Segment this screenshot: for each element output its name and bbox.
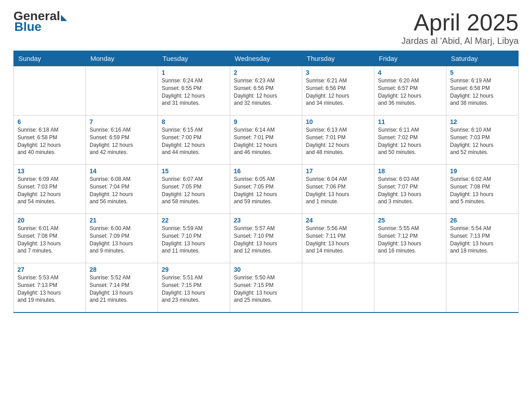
- table-row: 19Sunrise: 6:02 AM Sunset: 7:08 PM Dayli…: [446, 165, 519, 214]
- calendar-table: Sunday Monday Tuesday Wednesday Thursday…: [13, 51, 519, 313]
- day-info: Sunrise: 5:51 AM Sunset: 7:15 PM Dayligh…: [162, 274, 226, 304]
- table-row: 9Sunrise: 6:14 AM Sunset: 7:01 PM Daylig…: [230, 116, 302, 165]
- calendar-week-row: 6Sunrise: 6:18 AM Sunset: 6:58 PM Daylig…: [14, 116, 519, 165]
- table-row: 3Sunrise: 6:21 AM Sunset: 6:56 PM Daylig…: [302, 66, 374, 116]
- table-row: [86, 66, 158, 116]
- table-row: 7Sunrise: 6:16 AM Sunset: 6:59 PM Daylig…: [86, 116, 158, 165]
- col-monday: Monday: [86, 51, 158, 66]
- table-row: 17Sunrise: 6:04 AM Sunset: 7:06 PM Dayli…: [302, 165, 374, 214]
- col-tuesday: Tuesday: [158, 51, 230, 66]
- table-row: 30Sunrise: 5:50 AM Sunset: 7:15 PM Dayli…: [230, 263, 302, 313]
- day-number: 17: [306, 167, 370, 175]
- logo: General Blue: [13, 9, 67, 34]
- table-row: 13Sunrise: 6:09 AM Sunset: 7:03 PM Dayli…: [14, 165, 86, 214]
- table-row: 20Sunrise: 6:01 AM Sunset: 7:08 PM Dayli…: [14, 214, 86, 263]
- col-thursday: Thursday: [302, 51, 374, 66]
- day-number: 9: [234, 118, 298, 125]
- day-number: 10: [306, 118, 370, 125]
- table-row: 29Sunrise: 5:51 AM Sunset: 7:15 PM Dayli…: [158, 263, 230, 313]
- col-friday: Friday: [374, 51, 446, 66]
- day-info: Sunrise: 6:10 AM Sunset: 7:03 PM Dayligh…: [450, 126, 515, 156]
- day-number: 28: [90, 266, 154, 273]
- table-row: 8Sunrise: 6:15 AM Sunset: 7:00 PM Daylig…: [158, 116, 230, 165]
- day-info: Sunrise: 6:16 AM Sunset: 6:59 PM Dayligh…: [90, 126, 154, 156]
- col-wednesday: Wednesday: [230, 51, 302, 66]
- day-number: 1: [162, 69, 226, 76]
- day-number: 18: [378, 167, 442, 175]
- location-subtitle: Jardas al 'Abid, Al Marj, Libya: [401, 36, 519, 46]
- logo-arrow-icon: [61, 15, 67, 21]
- day-info: Sunrise: 6:08 AM Sunset: 7:04 PM Dayligh…: [90, 176, 154, 206]
- day-info: Sunrise: 6:13 AM Sunset: 7:01 PM Dayligh…: [306, 126, 370, 156]
- day-info: Sunrise: 5:57 AM Sunset: 7:10 PM Dayligh…: [234, 225, 298, 255]
- day-info: Sunrise: 6:05 AM Sunset: 7:05 PM Dayligh…: [234, 176, 298, 206]
- day-info: Sunrise: 6:03 AM Sunset: 7:07 PM Dayligh…: [378, 176, 442, 206]
- table-row: 12Sunrise: 6:10 AM Sunset: 7:03 PM Dayli…: [446, 116, 519, 165]
- day-number: 5: [450, 69, 515, 76]
- day-info: Sunrise: 5:53 AM Sunset: 7:13 PM Dayligh…: [17, 274, 82, 304]
- calendar-header-row: Sunday Monday Tuesday Wednesday Thursday…: [14, 51, 519, 66]
- day-info: Sunrise: 6:00 AM Sunset: 7:09 PM Dayligh…: [90, 225, 154, 255]
- calendar-week-row: 27Sunrise: 5:53 AM Sunset: 7:13 PM Dayli…: [14, 263, 519, 313]
- day-number: 23: [234, 217, 298, 224]
- day-info: Sunrise: 6:18 AM Sunset: 6:58 PM Dayligh…: [17, 126, 82, 156]
- table-row: 22Sunrise: 5:59 AM Sunset: 7:10 PM Dayli…: [158, 214, 230, 263]
- day-number: 14: [90, 167, 154, 175]
- day-number: 21: [90, 217, 154, 224]
- day-number: 12: [450, 118, 515, 125]
- month-title: April 2025: [401, 9, 519, 36]
- day-info: Sunrise: 6:09 AM Sunset: 7:03 PM Dayligh…: [17, 176, 82, 206]
- day-number: 16: [234, 167, 298, 175]
- col-sunday: Sunday: [14, 51, 86, 66]
- table-row: 24Sunrise: 5:56 AM Sunset: 7:11 PM Dayli…: [302, 214, 374, 263]
- day-info: Sunrise: 6:11 AM Sunset: 7:02 PM Dayligh…: [378, 126, 442, 156]
- day-number: 2: [234, 69, 298, 76]
- title-area: April 2025 Jardas al 'Abid, Al Marj, Lib…: [401, 9, 519, 46]
- day-info: Sunrise: 5:56 AM Sunset: 7:11 PM Dayligh…: [306, 225, 370, 255]
- day-number: 15: [162, 167, 226, 175]
- day-info: Sunrise: 6:14 AM Sunset: 7:01 PM Dayligh…: [234, 126, 298, 156]
- day-number: 13: [17, 167, 82, 175]
- day-info: Sunrise: 6:07 AM Sunset: 7:05 PM Dayligh…: [162, 176, 226, 206]
- day-number: 22: [162, 217, 226, 224]
- calendar-week-row: 1Sunrise: 6:24 AM Sunset: 6:55 PM Daylig…: [14, 66, 519, 116]
- day-number: 24: [306, 217, 370, 224]
- table-row: 23Sunrise: 5:57 AM Sunset: 7:10 PM Dayli…: [230, 214, 302, 263]
- table-row: 18Sunrise: 6:03 AM Sunset: 7:07 PM Dayli…: [374, 165, 446, 214]
- table-row: [446, 263, 519, 313]
- day-info: Sunrise: 6:02 AM Sunset: 7:08 PM Dayligh…: [450, 176, 515, 206]
- day-number: 8: [162, 118, 226, 125]
- table-row: 28Sunrise: 5:52 AM Sunset: 7:14 PM Dayli…: [86, 263, 158, 313]
- day-info: Sunrise: 5:54 AM Sunset: 7:13 PM Dayligh…: [450, 225, 515, 255]
- day-info: Sunrise: 6:04 AM Sunset: 7:06 PM Dayligh…: [306, 176, 370, 206]
- day-info: Sunrise: 6:01 AM Sunset: 7:08 PM Dayligh…: [17, 225, 82, 255]
- table-row: 6Sunrise: 6:18 AM Sunset: 6:58 PM Daylig…: [14, 116, 86, 165]
- table-row: 2Sunrise: 6:23 AM Sunset: 6:56 PM Daylig…: [230, 66, 302, 116]
- table-row: [374, 263, 446, 313]
- table-row: 4Sunrise: 6:20 AM Sunset: 6:57 PM Daylig…: [374, 66, 446, 116]
- day-number: 26: [450, 217, 515, 224]
- day-number: 4: [378, 69, 442, 76]
- day-info: Sunrise: 6:23 AM Sunset: 6:56 PM Dayligh…: [234, 77, 298, 107]
- table-row: 26Sunrise: 5:54 AM Sunset: 7:13 PM Dayli…: [446, 214, 519, 263]
- day-info: Sunrise: 6:21 AM Sunset: 6:56 PM Dayligh…: [306, 77, 370, 107]
- table-row: [14, 66, 86, 116]
- day-number: 25: [378, 217, 442, 224]
- calendar-week-row: 20Sunrise: 6:01 AM Sunset: 7:08 PM Dayli…: [14, 214, 519, 263]
- day-number: 30: [234, 266, 298, 273]
- table-row: 14Sunrise: 6:08 AM Sunset: 7:04 PM Dayli…: [86, 165, 158, 214]
- day-info: Sunrise: 5:50 AM Sunset: 7:15 PM Dayligh…: [234, 274, 298, 304]
- day-number: 6: [17, 118, 82, 125]
- table-row: 10Sunrise: 6:13 AM Sunset: 7:01 PM Dayli…: [302, 116, 374, 165]
- table-row: [302, 263, 374, 313]
- table-row: 15Sunrise: 6:07 AM Sunset: 7:05 PM Dayli…: [158, 165, 230, 214]
- table-row: 25Sunrise: 5:55 AM Sunset: 7:12 PM Dayli…: [374, 214, 446, 263]
- day-number: 7: [90, 118, 154, 125]
- table-row: 11Sunrise: 6:11 AM Sunset: 7:02 PM Dayli…: [374, 116, 446, 165]
- day-info: Sunrise: 6:20 AM Sunset: 6:57 PM Dayligh…: [378, 77, 442, 107]
- table-row: 5Sunrise: 6:19 AM Sunset: 6:58 PM Daylig…: [446, 66, 519, 116]
- table-row: 1Sunrise: 6:24 AM Sunset: 6:55 PM Daylig…: [158, 66, 230, 116]
- day-number: 11: [378, 118, 442, 125]
- day-number: 3: [306, 69, 370, 76]
- day-number: 20: [17, 217, 82, 224]
